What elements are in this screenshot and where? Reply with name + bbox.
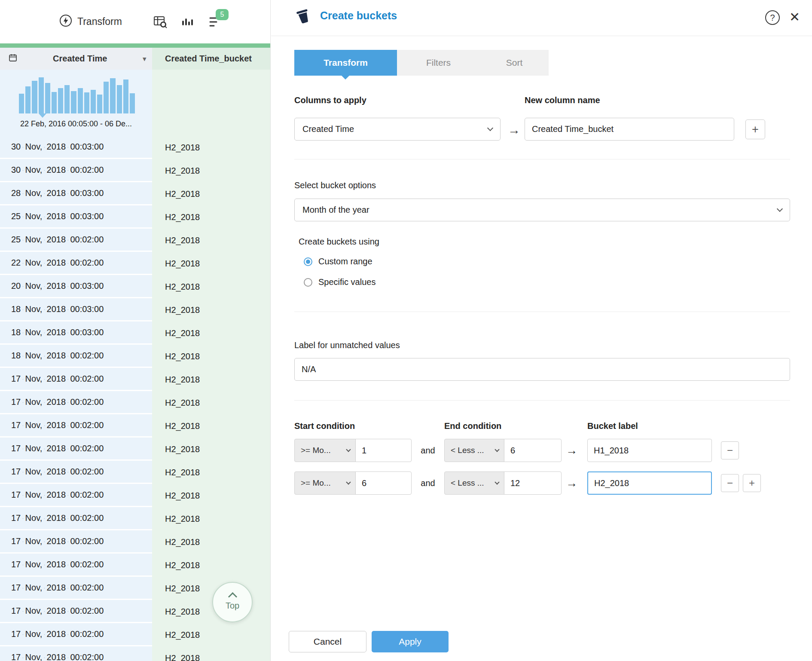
created-time-cell[interactable]: 17·Nov,·2018·00:02:00: [0, 461, 152, 484]
created-time-cell[interactable]: 17·Nov,·2018·00:02:00: [0, 600, 152, 623]
created-time-cell[interactable]: 30·Nov,·2018·00:03:00: [0, 136, 152, 159]
bucket-value-cell[interactable]: H2_2018: [152, 321, 271, 345]
column-header-created-time[interactable]: Created Time ▾: [0, 48, 152, 70]
histogram-bar: [84, 92, 89, 113]
created-time-cell[interactable]: 25·Nov,·2018·00:03:00: [0, 205, 152, 229]
bucket-label-input[interactable]: [587, 471, 712, 495]
end-operator-select[interactable]: < Less ...: [444, 471, 504, 495]
columns-to-apply-value: Created Time: [302, 124, 354, 134]
cancel-button[interactable]: Cancel: [289, 631, 366, 652]
histogram-bar: [71, 91, 76, 113]
bucket-value-cell[interactable]: H2_2018: [152, 298, 271, 321]
start-value-input[interactable]: [355, 439, 412, 462]
unmatched-values-input[interactable]: [294, 358, 790, 381]
start-operator-select[interactable]: >= Mo...: [294, 439, 356, 462]
bucket-value-cell[interactable]: H2_2018: [152, 205, 271, 229]
chevron-down-icon[interactable]: ▾: [143, 55, 146, 63]
start-operator-select[interactable]: >= Mo...: [294, 471, 356, 495]
table-row: 17·Nov,·2018·00:02:00H2_2018: [0, 438, 271, 461]
table-row: 17·Nov,·2018·00:02:00H2_2018: [0, 530, 271, 554]
bucket-value-cell[interactable]: H2_2018: [152, 646, 271, 661]
chevron-down-icon: [777, 205, 783, 211]
bucket-value-cell[interactable]: H2_2018: [152, 438, 271, 461]
created-time-cell[interactable]: 17·Nov,·2018·00:02:00: [0, 484, 152, 507]
histogram-bar: [104, 82, 109, 113]
bucket-value-cell[interactable]: H2_2018: [152, 391, 271, 414]
end-operator-select[interactable]: < Less ...: [444, 439, 504, 462]
bucket-value-cell[interactable]: H2_2018: [152, 252, 271, 275]
remove-condition-button[interactable]: −: [721, 441, 739, 459]
bucket-value-cell[interactable]: H2_2018: [152, 368, 271, 391]
lightning-icon: [59, 14, 72, 30]
help-icon[interactable]: ?: [765, 10, 780, 25]
start-value-input[interactable]: [355, 471, 412, 495]
bucket-value-cell[interactable]: H2_2018: [152, 554, 271, 577]
tab-transform[interactable]: Transform: [294, 50, 397, 76]
table-row: 17·Nov,·2018·00:02:00H2_2018: [0, 368, 271, 391]
bucket-value-cell[interactable]: H2_2018: [152, 414, 271, 438]
created-time-cell[interactable]: 18·Nov,·2018·00:02:00: [0, 345, 152, 368]
bucket-value-cell[interactable]: H2_2018: [152, 136, 271, 159]
bucket-value-cell[interactable]: H2_2018: [152, 484, 271, 507]
created-time-cell[interactable]: 17·Nov,·2018·00:02:00: [0, 414, 152, 438]
chevron-down-icon: [346, 447, 351, 452]
created-time-cell[interactable]: 17·Nov,·2018·00:02:00: [0, 577, 152, 600]
bucket-value-cell[interactable]: H2_2018: [152, 507, 271, 530]
created-time-cell[interactable]: 17·Nov,·2018·00:02:00: [0, 554, 152, 577]
column-stats-icon[interactable]: [180, 15, 194, 29]
histogram-bar: [45, 83, 50, 113]
scroll-to-top-button[interactable]: Top: [212, 582, 253, 622]
end-operator-select-value: < Less ...: [451, 446, 484, 455]
add-condition-button[interactable]: +: [743, 474, 761, 492]
create-buckets-panel: Create buckets ? ✕ TransformFiltersSort …: [271, 0, 812, 661]
bucket-value-cell[interactable]: H2_2018: [152, 530, 271, 554]
bucket-options-label: Select bucket options: [294, 181, 376, 190]
bucket-options-select[interactable]: Month of the year: [294, 199, 790, 221]
column-header-created-time-bucket[interactable]: Created Time_bucket: [152, 48, 271, 70]
radio-specific-values[interactable]: Specific values: [304, 277, 375, 287]
created-time-cell[interactable]: 17·Nov,·2018·00:02:00: [0, 646, 152, 661]
tab-filters[interactable]: Filters: [397, 50, 480, 76]
created-time-cell[interactable]: 20·Nov,·2018·00:03:00: [0, 275, 152, 298]
bucket-value-cell[interactable]: H2_2018: [152, 182, 271, 205]
created-time-cell[interactable]: 17·Nov,·2018·00:02:00: [0, 368, 152, 391]
bucket-value-cell[interactable]: H2_2018: [152, 229, 271, 252]
bucket-label-input[interactable]: [587, 439, 712, 462]
end-value-input[interactable]: [504, 439, 562, 462]
created-time-cell[interactable]: 18·Nov,·2018·00:03:00: [0, 321, 152, 345]
bucket-value-cell[interactable]: H2_2018: [152, 461, 271, 484]
bucket-value-cell[interactable]: H2_2018: [152, 623, 271, 646]
created-time-cell[interactable]: 28·Nov,·2018·00:03:00: [0, 182, 152, 205]
apply-button[interactable]: Apply: [372, 631, 449, 652]
bucket-value-cell[interactable]: H2_2018: [152, 577, 271, 600]
created-time-cell[interactable]: 17·Nov,·2018·00:02:00: [0, 507, 152, 530]
add-column-button[interactable]: +: [745, 119, 765, 139]
applied-steps-icon[interactable]: 5: [207, 15, 222, 29]
table-row: 18·Nov,·2018·00:03:00H2_2018: [0, 321, 271, 345]
created-time-cell[interactable]: 17·Nov,·2018·00:02:00: [0, 391, 152, 414]
created-time-cell[interactable]: 30·Nov,·2018·00:02:00: [0, 159, 152, 182]
created-time-cell[interactable]: 17·Nov,·2018·00:02:00: [0, 623, 152, 646]
remove-condition-button[interactable]: −: [721, 474, 739, 492]
table-row: 28·Nov,·2018·00:03:00H2_2018: [0, 182, 271, 205]
created-time-cell[interactable]: 17·Nov,·2018·00:02:00: [0, 438, 152, 461]
column-histogram[interactable]: [19, 77, 135, 113]
radio-custom-range[interactable]: Custom range: [304, 257, 372, 266]
data-preview-panel: Transform: [0, 0, 271, 661]
tab-sort[interactable]: Sort: [480, 50, 549, 76]
created-time-cell[interactable]: 22·Nov,·2018·00:02:00: [0, 252, 152, 275]
bucket-value-cell[interactable]: H2_2018: [152, 345, 271, 368]
close-icon[interactable]: ✕: [789, 9, 800, 25]
end-value-input[interactable]: [504, 471, 562, 495]
new-column-name-input[interactable]: [525, 118, 734, 141]
columns-to-apply-select[interactable]: Created Time: [294, 118, 501, 141]
bucket-value-cell[interactable]: H2_2018: [152, 275, 271, 298]
created-time-cell[interactable]: 17·Nov,·2018·00:02:00: [0, 530, 152, 554]
table-header-row: Created Time ▾ Created Time_bucket: [0, 48, 271, 70]
bucket-value-cell[interactable]: H2_2018: [152, 159, 271, 182]
table-search-icon[interactable]: [153, 15, 168, 29]
created-time-cell[interactable]: 18·Nov,·2018·00:03:00: [0, 298, 152, 321]
bucket-value-cell[interactable]: H2_2018: [152, 600, 271, 623]
transform-toolbar-button[interactable]: Transform: [59, 14, 122, 30]
created-time-cell[interactable]: 25·Nov,·2018·00:02:00: [0, 229, 152, 252]
